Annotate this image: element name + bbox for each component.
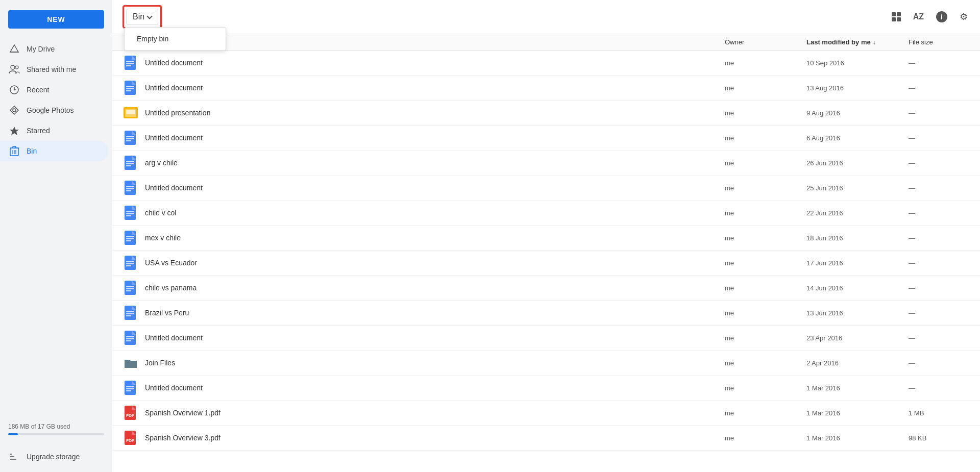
sidebar-item-my-drive[interactable]: My Drive [0, 39, 108, 59]
file-modified: 6 Aug 2016 [806, 134, 909, 142]
empty-bin-item[interactable]: Empty bin [125, 30, 226, 48]
sidebar-item-photos-label: Google Photos [27, 106, 74, 114]
grid-view-button[interactable] [890, 10, 903, 23]
clock-icon [8, 84, 20, 96]
file-size: — [909, 59, 970, 67]
file-row[interactable]: PDF Spanish Overview 1.pdf me 1 Mar 2016… [112, 401, 980, 426]
svg-rect-40 [126, 161, 134, 162]
file-name: Untitled presentation [145, 109, 725, 117]
sort-button[interactable]: AZ [911, 10, 926, 23]
svg-rect-33 [125, 131, 136, 145]
svg-rect-45 [126, 186, 134, 187]
drive-icon [8, 43, 20, 55]
svg-rect-76 [126, 338, 134, 339]
sidebar-item-photos[interactable]: Google Photos [0, 100, 108, 120]
file-list-header: Name Owner Last modified by me ↓ File si… [112, 34, 980, 51]
file-owner: me [725, 309, 806, 317]
file-name: Untitled document [145, 59, 725, 67]
sort-icon: AZ [913, 12, 924, 21]
new-button[interactable]: NEW [8, 10, 104, 29]
sidebar-item-recent[interactable]: Recent [0, 80, 108, 100]
file-row[interactable]: Untitled document me 23 Apr 2016 — [112, 326, 980, 351]
file-row[interactable]: mex v chile me 18 Jun 2016 — [112, 226, 980, 251]
sidebar-item-starred[interactable]: Starred [0, 120, 108, 141]
svg-rect-35 [126, 136, 134, 137]
col-owner-header: Owner [725, 38, 806, 46]
file-row[interactable]: Join Files me 2 Apr 2016 — [112, 351, 980, 376]
sidebar: NEW My Drive Shared with [0, 0, 112, 472]
file-size: — [909, 259, 970, 267]
svg-point-2 [11, 65, 15, 69]
file-name: chile v col [145, 209, 725, 217]
file-modified: 23 Apr 2016 [806, 334, 909, 342]
file-name: Join Files [145, 359, 725, 367]
upgrade-storage-label: Upgrade storage [27, 453, 80, 461]
file-size: — [909, 184, 970, 192]
file-owner: me [725, 234, 806, 242]
file-row[interactable]: Untitled document me 1 Mar 2016 — [112, 376, 980, 401]
file-modified: 14 Jun 2016 [806, 284, 909, 292]
svg-rect-60 [126, 261, 134, 262]
storage-bar-fill [8, 433, 18, 435]
file-row[interactable]: chile v col me 22 Jun 2016 — [112, 201, 980, 226]
file-modified: 25 Jun 2016 [806, 184, 909, 192]
file-name: Untitled document [145, 84, 725, 92]
file-owner: me [725, 284, 806, 292]
svg-rect-53 [125, 231, 136, 245]
file-row[interactable]: Untitled document me 6 Aug 2016 — [112, 126, 980, 151]
file-row[interactable]: Untitled document me 25 Jun 2016 — [112, 176, 980, 201]
file-name: Spanish Overview 1.pdf [145, 409, 725, 417]
file-name: Untitled document [145, 384, 725, 392]
file-size: — [909, 209, 970, 217]
file-size: — [909, 84, 970, 92]
file-size: — [909, 359, 970, 367]
file-size: — [909, 309, 970, 317]
file-size: 1 MB [909, 409, 970, 417]
upgrade-storage-button[interactable]: Upgrade storage [0, 446, 112, 467]
file-modified: 13 Aug 2016 [806, 84, 909, 92]
svg-rect-56 [126, 238, 134, 239]
svg-rect-24 [126, 65, 131, 66]
bin-icon [8, 145, 20, 157]
file-name: Untitled document [145, 184, 725, 192]
file-row[interactable]: chile vs panama me 14 Jun 2016 — [112, 276, 980, 301]
file-modified: 13 Jun 2016 [806, 309, 909, 317]
svg-rect-42 [126, 165, 131, 166]
file-row[interactable]: Brazil vs Peru me 13 Jun 2016 — [112, 301, 980, 326]
sidebar-item-bin[interactable]: Bin [0, 141, 108, 161]
file-row[interactable]: PDF Spanish Overview 3.pdf me 1 Mar 2016… [112, 426, 980, 451]
bin-dropdown-menu: Empty bin [124, 27, 226, 51]
svg-rect-50 [126, 211, 134, 212]
file-owner: me [725, 84, 806, 92]
doc-icon [122, 130, 139, 146]
file-name: mex v chile [145, 234, 725, 242]
file-size: — [909, 384, 970, 392]
svg-rect-28 [126, 88, 134, 89]
storage-text: 186 MB of 17 GB used [8, 423, 70, 430]
file-row[interactable]: arg v chile me 26 Jun 2016 — [112, 151, 980, 176]
bin-dropdown-button[interactable]: Bin [126, 9, 158, 25]
file-row[interactable]: Untitled presentation me 9 Aug 2016 — [112, 101, 980, 126]
file-name: USA vs Ecuador [145, 259, 725, 267]
file-row[interactable]: Untitled document me 10 Sep 2016 — [112, 51, 980, 76]
header: Bin Empty bin AZ [112, 0, 980, 34]
bin-dropdown-wrapper: Bin Empty bin [122, 5, 162, 29]
file-name: arg v chile [145, 159, 725, 167]
info-button[interactable]: i [934, 9, 949, 24]
svg-rect-48 [125, 206, 136, 220]
settings-button[interactable]: ⚙ [958, 9, 970, 24]
settings-icon: ⚙ [960, 11, 968, 22]
col-modified-header[interactable]: Last modified by me ↓ [806, 38, 909, 46]
storage-info: 186 MB of 17 GB used [0, 415, 112, 446]
file-row[interactable]: USA vs Ecuador me 17 Jun 2016 — [112, 251, 980, 276]
svg-rect-70 [126, 311, 134, 312]
file-row[interactable]: Untitled document me 13 Aug 2016 — [112, 76, 980, 101]
file-modified: 2 Apr 2016 [806, 359, 909, 367]
sidebar-item-starred-label: Starred [27, 127, 50, 135]
file-modified: 1 Mar 2016 [806, 434, 909, 442]
file-owner: me [725, 434, 806, 442]
header-actions: AZ i ⚙ [890, 9, 970, 24]
file-size: — [909, 334, 970, 342]
doc-icon [122, 205, 139, 221]
sidebar-item-shared[interactable]: Shared with me [0, 59, 108, 80]
